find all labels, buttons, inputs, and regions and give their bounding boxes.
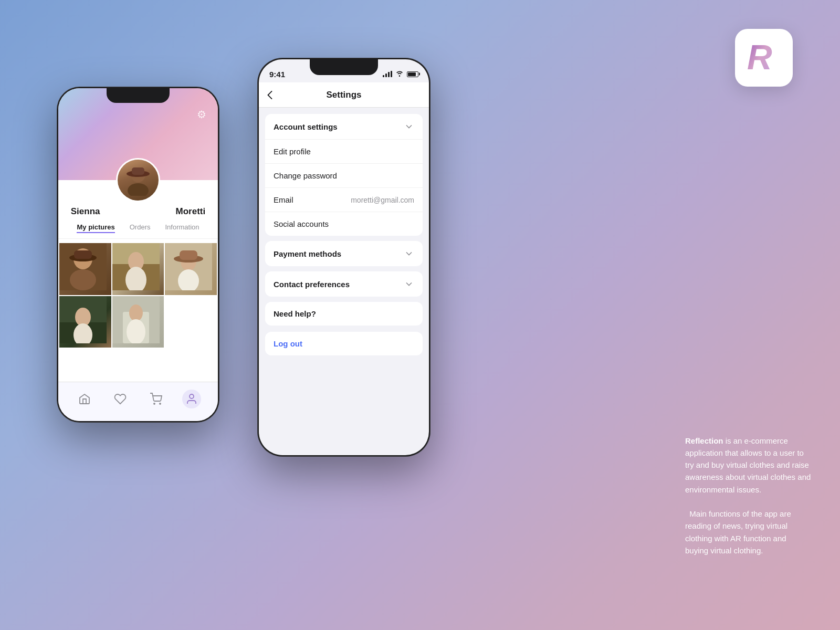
svg-point-28 [190,394,194,398]
app-description: Reflection is an e-commerce application … [685,435,811,557]
signal-bar-4 [391,71,392,77]
settings-title: Settings [326,90,361,100]
account-settings-items: Edit profile Change password Email moret… [265,139,423,236]
svg-point-6 [70,269,96,290]
account-settings-section: Account settings Edit profile Change pas… [265,114,423,236]
svg-rect-3 [132,167,144,175]
photo-item[interactable] [112,296,164,348]
chevron-down-icon-contact [404,279,414,289]
svg-point-24 [129,304,143,321]
nav-cart-icon[interactable] [146,390,165,408]
photos-grid [58,243,218,348]
battery-icon [407,71,418,77]
bottom-navigation [58,382,218,421]
edit-profile-row[interactable]: Edit profile [265,140,423,164]
change-password-label: Change password [274,171,337,180]
photo-item[interactable] [165,243,217,295]
signal-icon [383,71,392,77]
payment-methods-label: Payment methods [274,249,341,258]
left-phone: ⚙ [57,87,219,423]
right-phone: 9:41 [257,58,430,457]
svg-rect-17 [180,250,197,260]
photo-item[interactable] [59,296,111,348]
app-logo: R [735,29,793,87]
email-label: Email [274,195,293,204]
profile-last-name: Moretti [176,206,206,217]
notch [107,88,170,103]
contact-preferences-label: Contact preferences [274,280,350,289]
need-help-section: Need help? [265,302,423,326]
tab-orders[interactable]: Orders [130,223,151,233]
change-password-row[interactable]: Change password [265,164,423,188]
account-settings-label: Account settings [274,122,338,131]
contact-preferences-section: Contact preferences [265,271,423,297]
gear-icon[interactable]: ⚙ [197,108,209,121]
nav-heart-icon[interactable] [111,390,130,408]
status-time: 9:41 [269,70,285,79]
logout-button[interactable]: Log out [265,332,423,355]
chevron-down-icon-payment [404,248,414,259]
app-description-text: is an e-commerce application that allows… [685,436,811,555]
social-accounts-label: Social accounts [274,219,329,228]
app-name-bold: Reflection [685,436,723,445]
svg-point-26 [154,403,155,404]
profile-tabs: My pictures Orders Information [58,223,218,239]
tab-my-pictures[interactable]: My pictures [77,223,114,233]
signal-bar-2 [385,74,387,77]
chevron-down-icon [404,121,414,132]
email-value: moretti@gmail.com [351,196,414,204]
photo-item[interactable] [112,243,164,295]
tab-information[interactable]: Information [165,223,199,233]
svg-text:R: R [747,38,772,77]
payment-methods-header[interactable]: Payment methods [265,241,423,266]
nav-profile-icon[interactable] [182,390,201,408]
wifi-icon [395,70,404,78]
social-accounts-row[interactable]: Social accounts [265,212,423,236]
avatar [116,158,160,202]
profile-name-section: Sienna Moretti [58,206,218,217]
notch-right [310,59,378,75]
edit-profile-label: Edit profile [274,147,311,156]
svg-rect-8 [74,250,92,259]
payment-methods-section: Payment methods [265,241,423,266]
logout-card: Log out [265,332,423,355]
need-help-header[interactable]: Need help? [265,302,423,326]
photo-item[interactable] [59,243,111,295]
settings-header: Settings [259,82,429,108]
account-settings-header[interactable]: Account settings [265,114,423,139]
settings-body: Account settings Edit profile Change pas… [259,108,429,362]
svg-point-1 [128,183,149,196]
avatar-image [118,160,159,201]
need-help-label: Need help? [274,309,316,318]
contact-preferences-header[interactable]: Contact preferences [265,271,423,297]
email-row[interactable]: Email moretti@gmail.com [265,188,423,212]
back-button[interactable] [267,91,272,99]
nav-home-icon[interactable] [75,390,94,408]
signal-bar-1 [383,75,384,77]
profile-first-name: Sienna [71,206,100,217]
status-icons [383,70,418,78]
signal-bar-3 [388,72,390,77]
svg-point-25 [127,319,145,343]
svg-point-27 [160,403,161,404]
